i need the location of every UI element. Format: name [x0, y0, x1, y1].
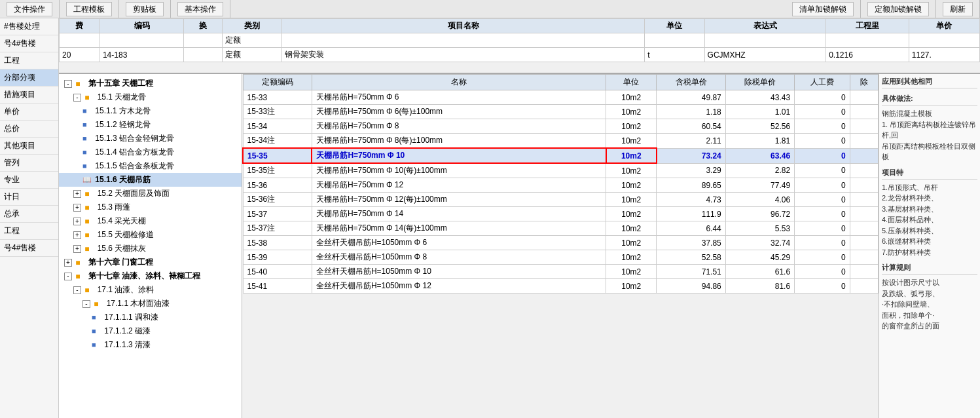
tree-node-15-4[interactable]: + ■ 15.4 采光天棚	[59, 214, 242, 228]
doc-icon: ■	[82, 162, 92, 171]
cell-swap	[184, 48, 222, 62]
tree-node-17-1-1[interactable]: - ■ 17.1.1 木材面油漆	[59, 297, 242, 311]
tree-node-ch16[interactable]: + ■ 第十六章 门窗工程	[59, 256, 242, 269]
folder-icon: ■	[84, 286, 94, 295]
sidebar-item-project4a[interactable]: 号4#售楼	[0, 35, 58, 52]
tree-node-ch15[interactable]: - ■ 第十五章 天棚工程	[59, 77, 242, 90]
cell-type: 定额	[222, 33, 281, 48]
toolbar-btn-clipboard[interactable]: 剪贴板	[126, 2, 164, 16]
grid-cell-code: 15-35	[243, 148, 312, 163]
table-row[interactable]: 定额	[60, 33, 980, 48]
sidebar-item-eng2[interactable]: 工程	[0, 223, 58, 240]
folder-icon: ■	[84, 244, 94, 254]
folder-icon: ■	[84, 217, 94, 226]
expand-15-5[interactable]: +	[73, 231, 81, 239]
tree-node-15-1[interactable]: - ■ 15.1 天棚龙骨	[59, 90, 242, 104]
tree-node-15-1-2[interactable]: ■ 15.1.2 轻钢龙骨	[59, 118, 242, 132]
grid-cell-unit: 10m2	[606, 178, 657, 193]
toolbar-btn-quota-lock[interactable]: 定额加锁解锁	[867, 2, 929, 16]
tree-label-15-6: 15.6 天棚抹灰	[98, 243, 147, 254]
sidebar-item-sub[interactable]: 分部分项	[0, 69, 58, 86]
doc-icon: ■	[82, 107, 92, 116]
expand-15-1[interactable]: -	[73, 94, 81, 102]
feature-section: 项目特 1.吊顶形式、吊杆2.龙骨材料种类、3.基层材料种类、4.面层材料品种、…	[882, 168, 977, 258]
toolbar-btn-list-lock[interactable]: 清单加锁解锁	[792, 2, 854, 16]
expand-15-4[interactable]: +	[73, 218, 81, 225]
grid-cell-name: 天棚吊筋H=750mm Φ 6	[312, 90, 606, 105]
grid-cell-extra	[850, 134, 878, 149]
expand-15-2[interactable]: +	[73, 190, 81, 198]
cell-type: 定额	[222, 48, 281, 62]
expand-ch16[interactable]: +	[64, 259, 72, 267]
expand-15-3[interactable]: +	[73, 204, 81, 212]
sidebar-item-special[interactable]: 专业	[0, 172, 58, 189]
tree-node-15-1-3[interactable]: ■ 15.1.3 铝合金轻钢龙骨	[59, 132, 242, 145]
toolbar-btn-file[interactable]: 文件操作	[7, 2, 52, 16]
expand-ch17[interactable]: -	[64, 273, 72, 280]
grid-cell-unit: 10m2	[606, 105, 657, 119]
tree-label-15-4: 15.4 采光天棚	[98, 216, 147, 227]
tree-node-17-1[interactable]: - ■ 17.1 油漆、涂料	[59, 283, 242, 297]
grid-cell-taxprice: 49.87	[657, 90, 725, 105]
tree-node-15-3[interactable]: + ■ 15.3 雨蓬	[59, 200, 242, 214]
sidebar-item-total[interactable]: 总价	[0, 121, 58, 138]
grid-col-extra: 除	[850, 75, 878, 90]
col-expr: 表达式	[704, 19, 826, 33]
content-area: 费 编码 换 类别 项目名称 单位 表达式 工程里 单价	[59, 18, 980, 418]
sidebar-item-other[interactable]: 其他项目	[0, 138, 58, 155]
grid-cell-name: 天棚吊筋H=750mm Φ 14(每)±100mm	[312, 221, 606, 236]
toolbar-btn-basic[interactable]: 基本操作	[177, 2, 223, 16]
expand-17-1[interactable]: -	[73, 286, 81, 294]
cell-fee	[60, 33, 100, 48]
tree-label-15-1-5: 15.1.5 铝合金条板龙骨	[95, 161, 174, 172]
tree-panel: - ■ 第十五章 天棚工程 - ■ 15.1 天棚龙骨 ■ 15.1.1 方木龙…	[59, 74, 242, 418]
tree-node-ch17[interactable]: - ■ 第十七章 油漆、涂料、裱糊工程	[59, 269, 242, 283]
col-qty: 工程里	[826, 19, 909, 33]
sidebar-item-unit[interactable]: 单价	[0, 104, 58, 121]
grid-cell-unit: 10m2	[606, 265, 657, 279]
table-row[interactable]: 20 14-183 定额 钢骨架安装 t GCJMXHZ 0.1216 1127…	[60, 48, 980, 62]
tree-node-15-6[interactable]: + ■ 15.6 天棚抹灰	[59, 242, 242, 256]
grid-cell-labor: 0	[795, 178, 850, 193]
grid-cell-extra	[850, 265, 878, 279]
sidebar-item-project4b[interactable]: 号4#售楼	[0, 240, 58, 257]
grid-cell-extra	[850, 90, 878, 105]
feature-item: 7.防护材料种类	[882, 247, 977, 258]
tree-node-15-2[interactable]: + ■ 15.2 天棚面层及饰面	[59, 187, 242, 200]
tree-label-17-1-1: 17.1.1 木材面油漆	[107, 298, 170, 309]
tree-label-15-1: 15.1 天棚龙骨	[98, 92, 147, 103]
grid-cell-name: 天棚吊筋H=750mm Φ 12(每)±100mm	[312, 193, 606, 207]
tree-node-17-1-1-3[interactable]: ■ 17.1.1.3 清漆	[59, 338, 242, 352]
toolbar-btn-refresh[interactable]: 刷新	[943, 2, 973, 16]
calc-text: 按设计图示尺寸以 及跌级、弧弓形、 ·不扣除间壁墙、 面积，扣除单个· 的窗帘盒…	[882, 277, 977, 332]
col-code: 编码	[100, 19, 183, 33]
tree-node-15-1-6[interactable]: 📖 15.1.6 天棚吊筋	[59, 173, 242, 187]
grid-cell-extra	[850, 163, 878, 178]
tree-node-15-1-5[interactable]: ■ 15.1.5 铝合金条板龙骨	[59, 159, 242, 173]
cell-unit	[645, 33, 704, 48]
tree-node-15-1-1[interactable]: ■ 15.1.1 方木龙骨	[59, 104, 242, 118]
expand-15-6[interactable]: +	[73, 245, 81, 253]
tree-node-17-1-1-2[interactable]: ■ 17.1.1.2 磁漆	[59, 324, 242, 338]
sidebar-item-sales[interactable]: #售楼处理	[0, 18, 58, 35]
sidebar-item-daily[interactable]: 计日	[0, 189, 58, 206]
grid-cell-notaxprice: 32.74	[725, 236, 794, 250]
cell-qty: 0.1216	[826, 48, 909, 62]
cell-expr: GCJMXHZ	[704, 48, 826, 62]
sidebar-item-eng[interactable]: 工程	[0, 52, 58, 69]
grid-cell-taxprice: 37.85	[657, 236, 725, 250]
toolbar-group-template: 工程模板	[60, 0, 119, 18]
tree-node-15-1-4[interactable]: ■ 15.1.4 铝合金方板龙骨	[59, 145, 242, 159]
tree-node-17-1-1-1[interactable]: ■ 17.1.1.1 调和漆	[59, 311, 242, 324]
sidebar-item-total-contract[interactable]: 总承	[0, 206, 58, 223]
sidebar-item-measures[interactable]: 措施项目	[0, 86, 58, 104]
grid-cell-labor: 0	[795, 90, 850, 105]
cell-swap	[184, 33, 222, 48]
sidebar-item-pipe[interactable]: 管列	[0, 155, 58, 172]
tree-node-15-5[interactable]: + ■ 15.5 天棚检修道	[59, 228, 242, 242]
grid-cell-unit: 10m2	[606, 90, 657, 105]
expand-17-1-1[interactable]: -	[82, 300, 90, 308]
expand-ch15[interactable]: -	[64, 80, 72, 88]
toolbar-btn-template[interactable]: 工程模板	[66, 2, 112, 16]
grid-cell-notaxprice: 4.06	[725, 193, 794, 207]
